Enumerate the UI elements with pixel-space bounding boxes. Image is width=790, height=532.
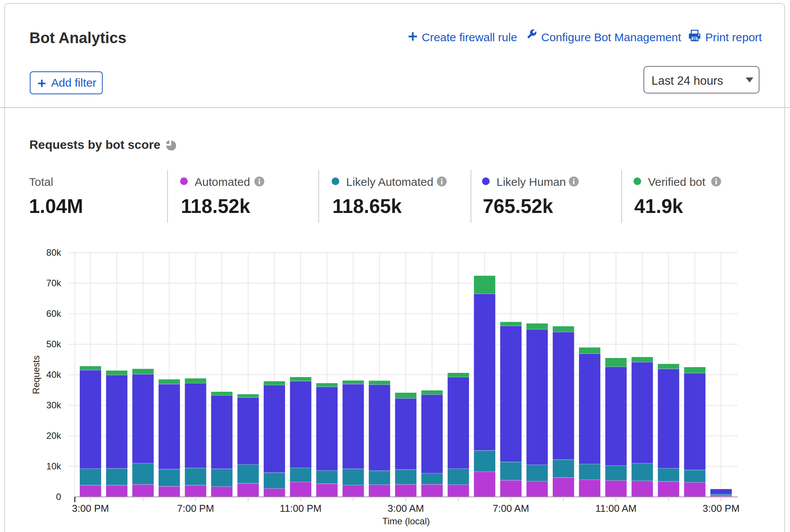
svg-text:40k: 40k	[46, 369, 61, 380]
svg-text:0: 0	[56, 492, 61, 502]
svg-text:7:00 AM: 7:00 AM	[493, 503, 529, 514]
svg-text:60k: 60k	[46, 308, 61, 319]
svg-text:3:00 PM: 3:00 PM	[72, 503, 109, 514]
svg-text:11:00 PM: 11:00 PM	[280, 503, 321, 514]
svg-text:80k: 80k	[46, 247, 61, 258]
svg-text:50k: 50k	[46, 339, 61, 349]
svg-text:3:00 AM: 3:00 AM	[387, 503, 424, 514]
svg-text:11:00 AM: 11:00 AM	[595, 503, 637, 514]
svg-text:20k: 20k	[46, 430, 61, 441]
svg-text:3:00 PM: 3:00 PM	[703, 503, 740, 514]
svg-text:30k: 30k	[46, 400, 61, 410]
svg-text:10k: 10k	[46, 461, 61, 471]
svg-text:7:00 PM: 7:00 PM	[177, 503, 214, 514]
svg-text:Requests: Requests	[31, 355, 41, 394]
svg-text:70k: 70k	[46, 278, 61, 288]
svg-text:Time (local): Time (local)	[382, 516, 430, 526]
